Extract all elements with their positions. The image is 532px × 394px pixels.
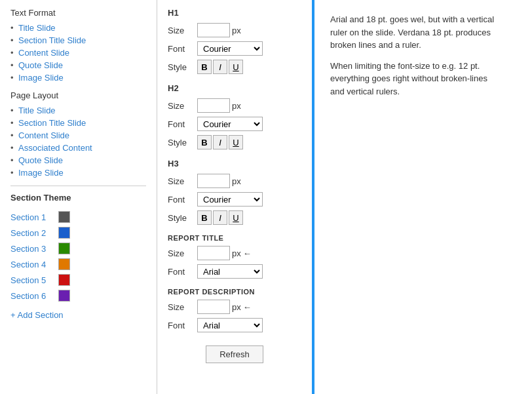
h1-bold-button[interactable]: B: [197, 60, 212, 74]
center-panel: H1 Size px Font Courier Arial Verdana Ti…: [157, 0, 314, 394]
section-5-color: [58, 274, 70, 286]
list-item: Section 6: [10, 288, 146, 304]
h1-italic-button[interactable]: I: [213, 60, 227, 74]
h3-style-buttons: B I U: [197, 210, 243, 225]
h3-size-input[interactable]: [197, 174, 230, 188]
layout-content-slide-link[interactable]: Content Slide: [18, 130, 69, 140]
section-4-link[interactable]: Section 4: [10, 260, 53, 269]
list-item[interactable]: Title Slide: [10, 104, 146, 117]
section-3-color: [58, 243, 70, 254]
h2-font-label: Font: [168, 119, 197, 129]
h1-underline-button[interactable]: U: [229, 60, 243, 74]
list-item[interactable]: Section Title Slide: [10, 34, 146, 47]
report-desc-font-label: Font: [168, 321, 197, 330]
list-item[interactable]: Quote Slide: [10, 59, 146, 71]
list-item[interactable]: Content Slide: [10, 129, 146, 142]
page-layout-title: Page Layout: [10, 90, 146, 100]
h3-style-row: Style B I U: [168, 210, 301, 225]
h2-style-label: Style: [168, 138, 197, 148]
h2-size-label: Size: [168, 101, 197, 111]
report-desc-size-label: Size: [168, 302, 197, 312]
h3-header: H3: [168, 159, 301, 168]
h3-bold-button[interactable]: B: [197, 210, 212, 225]
section-title-slide-link[interactable]: Section Title Slide: [18, 35, 86, 45]
note-2: When limiting the font-size to e.g. 12 p…: [330, 60, 501, 98]
h2-header: H2: [168, 83, 301, 93]
section-5-link[interactable]: Section 5: [10, 275, 53, 285]
h1-font-select[interactable]: Courier Arial Verdana Times New Roman Ge…: [197, 41, 263, 56]
refresh-button[interactable]: Refresh: [206, 345, 263, 363]
list-item[interactable]: Associated Content: [10, 142, 146, 154]
list-item[interactable]: Image Slide: [10, 167, 146, 179]
h2-italic-button[interactable]: I: [213, 135, 227, 149]
report-title-size-input[interactable]: [197, 246, 230, 260]
h3-font-label: Font: [168, 195, 197, 205]
page-layout-list: Title Slide Section Title Slide Content …: [10, 104, 146, 179]
layout-associated-content-link[interactable]: Associated Content: [18, 143, 92, 153]
report-title-size-label: Size: [168, 248, 197, 258]
report-title-size-row: Size px ←: [168, 246, 301, 260]
title-slide-link[interactable]: Title Slide: [18, 23, 56, 33]
report-title-font-label: Font: [168, 267, 197, 277]
report-desc-size-input[interactable]: [197, 300, 230, 314]
report-desc-font-row: Font Arial Courier Verdana Times New Rom…: [168, 318, 301, 332]
notes-area: Arial and 18 pt. goes wel, but with a ve…: [330, 13, 501, 98]
report-desc-font-select[interactable]: Arial Courier Verdana Times New Roman Ge…: [197, 318, 263, 332]
left-panel: Text Format Title Slide Section Title Sl…: [0, 0, 157, 394]
section-1-color: [58, 211, 70, 223]
h3-size-input-group: px: [197, 174, 241, 188]
list-item: Section 1: [10, 209, 146, 225]
section-4-color: [58, 258, 70, 270]
h1-size-input[interactable]: [197, 23, 230, 37]
list-item[interactable]: Image Slide: [10, 71, 146, 84]
h1-size-input-group: px: [197, 23, 241, 37]
image-slide-link[interactable]: Image Slide: [18, 73, 64, 83]
h3-size-suffix: px: [232, 176, 241, 186]
report-title-font-select[interactable]: Arial Courier Verdana Times New Roman Ge…: [197, 264, 263, 279]
layout-title-slide-link[interactable]: Title Slide: [18, 106, 56, 115]
section-6-color: [58, 290, 70, 302]
h2-underline-button[interactable]: U: [229, 135, 243, 149]
h3-italic-button[interactable]: I: [213, 210, 227, 225]
report-title-header: REPORT TITLE: [168, 234, 301, 242]
report-title-arrow-icon: ←: [243, 248, 252, 258]
list-item: Section 3: [10, 241, 146, 256]
h2-bold-button[interactable]: B: [197, 135, 212, 149]
text-format-title: Text Format: [10, 8, 146, 18]
h3-font-select[interactable]: Courier Arial Verdana Times New Roman Ge…: [197, 192, 263, 207]
list-item[interactable]: Quote Slide: [10, 154, 146, 167]
h1-style-label: Style: [168, 62, 197, 72]
h3-font-row: Font Courier Arial Verdana Times New Rom…: [168, 192, 301, 207]
text-format-list: Title Slide Section Title Slide Content …: [10, 22, 146, 84]
h2-font-select[interactable]: Courier Arial Verdana Times New Roman Ge…: [197, 117, 263, 131]
list-item[interactable]: Title Slide: [10, 22, 146, 34]
report-desc-arrow-icon: ←: [243, 302, 252, 312]
content-slide-link[interactable]: Content Slide: [18, 48, 69, 58]
h2-font-row: Font Courier Arial Verdana Times New Rom…: [168, 117, 301, 131]
list-item[interactable]: Section Title Slide: [10, 117, 146, 129]
h2-style-buttons: B I U: [197, 135, 243, 149]
h2-size-input-group: px: [197, 98, 241, 113]
section-6-link[interactable]: Section 6: [10, 291, 53, 301]
list-item: Section 5: [10, 272, 146, 288]
section-1-link[interactable]: Section 1: [10, 212, 53, 222]
section-2-link[interactable]: Section 2: [10, 228, 53, 238]
add-section-link[interactable]: + Add Section: [10, 310, 146, 320]
h3-underline-button[interactable]: U: [229, 210, 243, 225]
list-item[interactable]: Content Slide: [10, 47, 146, 59]
list-item: Section 4: [10, 256, 146, 272]
h2-size-row: Size px: [168, 98, 301, 113]
report-title-font-row: Font Arial Courier Verdana Times New Rom…: [168, 264, 301, 279]
h3-size-row: Size px: [168, 174, 301, 188]
layout-section-title-slide-link[interactable]: Section Title Slide: [18, 118, 86, 128]
section-3-link[interactable]: Section 3: [10, 244, 53, 254]
section-2-color: [58, 227, 70, 239]
note-1: Arial and 18 pt. goes wel, but with a ve…: [330, 13, 501, 52]
divider: [10, 186, 146, 186]
layout-image-slide-link[interactable]: Image Slide: [18, 168, 64, 178]
layout-quote-slide-link[interactable]: Quote Slide: [18, 155, 63, 165]
h1-style-row: Style B I U: [168, 60, 301, 74]
quote-slide-link[interactable]: Quote Slide: [18, 60, 63, 70]
h2-size-input[interactable]: [197, 98, 230, 113]
right-panel: Arial and 18 pt. goes wel, but with a ve…: [314, 0, 532, 394]
